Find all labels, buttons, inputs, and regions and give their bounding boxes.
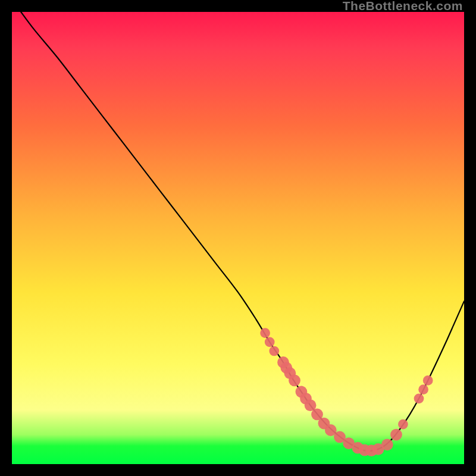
data-marker: [269, 346, 279, 356]
data-marker: [289, 375, 300, 387]
data-marker: [414, 393, 424, 403]
chart-container: TheBottleneck.com: [0, 0, 476, 476]
data-curve: [21, 12, 464, 451]
data-marker: [381, 439, 393, 450]
data-marker: [423, 375, 433, 386]
data-marker: [265, 337, 275, 347]
chart-svg: [12, 12, 464, 464]
data-markers: [260, 328, 433, 456]
data-marker: [390, 429, 402, 441]
data-marker: [260, 328, 270, 338]
plot-area: [12, 12, 464, 464]
data-marker: [418, 384, 428, 394]
attribution-text: TheBottleneck.com: [343, 0, 463, 12]
data-marker: [398, 419, 408, 430]
